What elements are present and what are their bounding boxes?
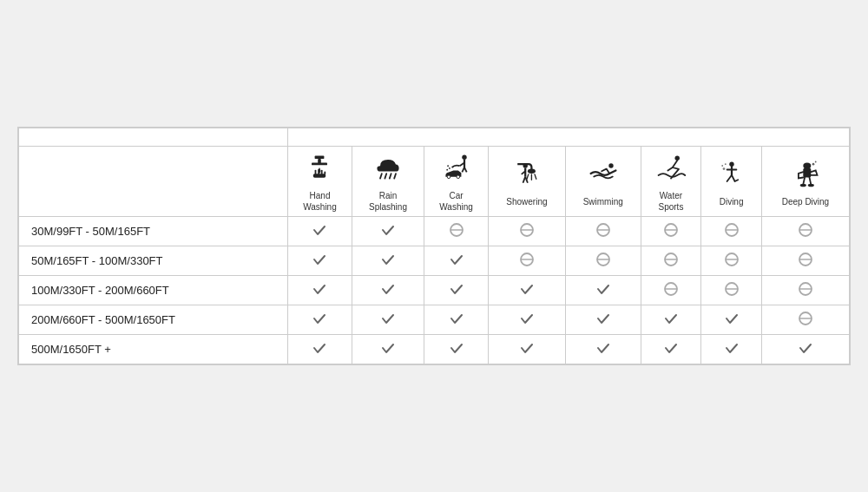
value-cell-r2-c3 bbox=[489, 276, 566, 305]
value-cell-r2-c0 bbox=[288, 276, 352, 305]
range-header bbox=[288, 128, 850, 147]
swimming-icon bbox=[568, 158, 639, 193]
table-row: 50M/165FT - 100M/330FT bbox=[19, 246, 850, 276]
col-hand-washing: HandWashing bbox=[288, 147, 352, 217]
value-cell-r2-c2 bbox=[424, 276, 489, 305]
value-cell-r0-c5 bbox=[641, 217, 701, 246]
svg-point-20 bbox=[447, 175, 450, 179]
value-cell-r2-c6 bbox=[701, 276, 762, 305]
definition-cell: 50M/165FT - 100M/330FT bbox=[19, 246, 288, 276]
svg-rect-0 bbox=[315, 156, 325, 160]
value-cell-r1-c5 bbox=[641, 246, 701, 276]
definition-cell: 100M/330FT - 200M/660FT bbox=[19, 276, 288, 305]
svg-line-16 bbox=[464, 167, 467, 172]
svg-point-31 bbox=[608, 163, 613, 167]
value-cell-r3-c7 bbox=[761, 305, 849, 335]
svg-point-12 bbox=[462, 155, 466, 160]
car-washing-icon bbox=[426, 152, 486, 187]
car-washing-label: CarWashing bbox=[426, 187, 486, 213]
table-row: 30M/99FT - 50M/165FT bbox=[19, 217, 850, 246]
svg-point-39 bbox=[800, 183, 806, 187]
value-cell-r2-c4 bbox=[565, 276, 641, 305]
value-cell-r1-c7 bbox=[761, 246, 849, 276]
value-cell-r0-c0 bbox=[288, 217, 352, 246]
svg-point-40 bbox=[808, 183, 814, 187]
value-cell-r4-c0 bbox=[288, 335, 352, 364]
svg-point-19 bbox=[446, 169, 448, 171]
value-cell-r4-c3 bbox=[489, 335, 566, 364]
deep-diving-icon bbox=[764, 158, 847, 193]
col-diving: Diving bbox=[701, 147, 762, 217]
diving-icon bbox=[703, 158, 760, 193]
svg-rect-5 bbox=[319, 169, 320, 174]
empty-header-cell bbox=[19, 147, 288, 217]
svg-point-21 bbox=[457, 175, 460, 179]
hand-washing-label: HandWashing bbox=[290, 187, 350, 213]
value-cell-r1-c6 bbox=[701, 246, 762, 276]
rain-splashing-icon bbox=[354, 152, 422, 187]
svg-line-10 bbox=[390, 174, 391, 178]
value-cell-r3-c2 bbox=[424, 305, 489, 335]
value-cell-r0-c1 bbox=[352, 217, 424, 246]
value-cell-r3-c5 bbox=[641, 305, 701, 335]
value-cell-r1-c4 bbox=[565, 246, 641, 276]
col-swimming: Swimming bbox=[565, 147, 641, 217]
svg-line-11 bbox=[394, 174, 396, 178]
svg-point-22 bbox=[528, 168, 536, 173]
svg-line-8 bbox=[380, 174, 382, 178]
svg-point-36 bbox=[724, 163, 726, 165]
value-cell-r3-c0 bbox=[288, 305, 352, 335]
value-cell-r3-c4 bbox=[565, 305, 641, 335]
value-cell-r0-c7 bbox=[761, 217, 849, 246]
svg-line-9 bbox=[385, 174, 386, 178]
svg-rect-6 bbox=[321, 170, 323, 174]
value-cell-r4-c7 bbox=[761, 335, 849, 364]
value-cell-r0-c4 bbox=[565, 217, 641, 246]
value-cell-r2-c5 bbox=[641, 276, 701, 305]
col-showering: Showering bbox=[489, 147, 566, 217]
col-deep-diving: Deep Diving bbox=[761, 147, 849, 217]
definition-cell: 500M/1650FT + bbox=[19, 335, 288, 364]
showering-icon bbox=[490, 158, 563, 193]
svg-point-26 bbox=[523, 163, 527, 167]
svg-line-25 bbox=[535, 174, 536, 178]
svg-point-18 bbox=[447, 165, 449, 167]
showering-label: Showering bbox=[490, 193, 563, 207]
value-cell-r4-c1 bbox=[352, 335, 424, 364]
swimming-label: Swimming bbox=[568, 193, 639, 207]
definition-cell: 200M/660FT - 500M/1650FT bbox=[19, 305, 288, 335]
svg-rect-2 bbox=[312, 163, 327, 166]
definition-header bbox=[19, 128, 288, 147]
col-water-sports: WaterSports bbox=[641, 147, 701, 217]
value-cell-r1-c1 bbox=[352, 246, 424, 276]
svg-point-41 bbox=[812, 162, 815, 165]
value-cell-r4-c5 bbox=[641, 335, 701, 364]
value-cell-r1-c3 bbox=[489, 246, 566, 276]
svg-rect-4 bbox=[315, 170, 317, 174]
svg-line-23 bbox=[527, 174, 529, 178]
value-cell-r2-c1 bbox=[352, 276, 424, 305]
hand-washing-icon bbox=[290, 152, 350, 187]
value-cell-r4-c4 bbox=[565, 335, 641, 364]
value-cell-r3-c6 bbox=[701, 305, 762, 335]
value-cell-r0-c2 bbox=[424, 217, 489, 246]
rain-splashing-label: RainSplashing bbox=[354, 187, 422, 213]
table-row: 200M/660FT - 500M/1650FT bbox=[19, 305, 850, 335]
svg-point-37 bbox=[803, 162, 811, 168]
table-row: 100M/330FT - 200M/660FT bbox=[19, 276, 850, 305]
svg-point-34 bbox=[722, 167, 725, 170]
svg-rect-7 bbox=[325, 172, 326, 175]
svg-point-35 bbox=[721, 165, 723, 167]
value-cell-r0-c3 bbox=[489, 217, 566, 246]
definition-cell: 30M/99FT - 50M/165FT bbox=[19, 217, 288, 246]
diving-label: Diving bbox=[703, 193, 760, 207]
col-car-washing: CarWashing bbox=[424, 147, 489, 217]
waterproof-table-wrapper: HandWashing RainSplashing bbox=[17, 127, 851, 365]
deep-diving-label: Deep Diving bbox=[764, 193, 847, 207]
value-cell-r4-c6 bbox=[701, 335, 762, 364]
value-cell-r3-c1 bbox=[352, 305, 424, 335]
value-cell-r3-c3 bbox=[489, 305, 566, 335]
value-cell-r0-c6 bbox=[701, 217, 762, 246]
svg-point-17 bbox=[449, 167, 450, 169]
svg-rect-38 bbox=[803, 167, 811, 177]
